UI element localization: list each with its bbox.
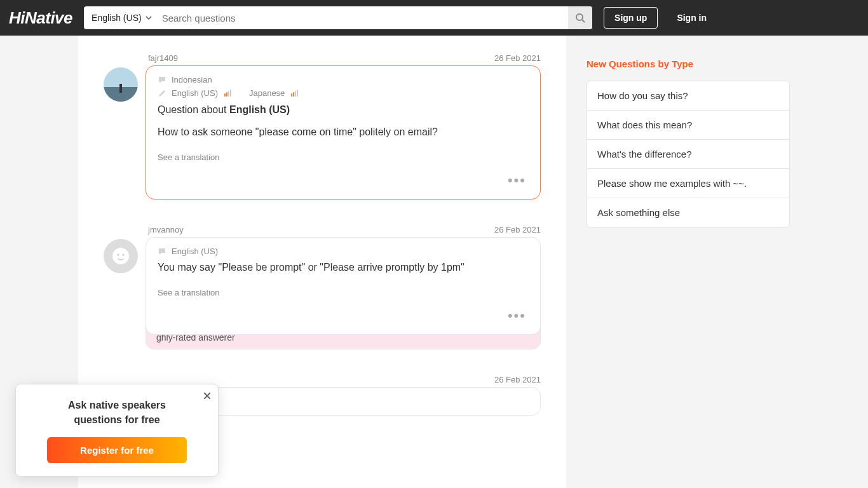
search-bar: English (US) bbox=[84, 6, 592, 29]
sidebar-item[interactable]: What's the difference? bbox=[587, 140, 789, 169]
question-date: 26 Feb 2021 bbox=[494, 53, 541, 63]
answer-username[interactable]: jmvannoy bbox=[148, 225, 184, 234]
register-button[interactable]: Register for free bbox=[47, 437, 186, 463]
signin-link[interactable]: Sign in bbox=[669, 13, 714, 23]
avatar[interactable] bbox=[104, 67, 138, 102]
more-options-button[interactable]: ••• bbox=[158, 302, 529, 329]
chevron-down-icon bbox=[146, 15, 152, 21]
avatar[interactable] bbox=[104, 239, 138, 273]
sidebar-item[interactable]: Ask something else bbox=[587, 198, 789, 227]
close-icon[interactable]: × bbox=[203, 388, 212, 403]
level-bars-icon bbox=[291, 90, 298, 97]
register-promo: × Ask native speakers questions for free… bbox=[15, 384, 219, 477]
sidebar-title: New Questions by Type bbox=[587, 58, 790, 69]
svg-point-2 bbox=[112, 248, 129, 264]
svg-point-0 bbox=[576, 14, 583, 20]
level-bars-icon bbox=[224, 90, 231, 97]
question-bubble: Indonesian English (US) Japanese Questio… bbox=[146, 65, 541, 200]
question-title: Question about English (US) bbox=[158, 104, 529, 116]
svg-point-4 bbox=[123, 254, 125, 256]
logo[interactable]: HiNative bbox=[9, 8, 72, 28]
question-username[interactable]: fajr1409 bbox=[148, 53, 178, 63]
answer-body: You may say "Please be prompt" or "Pleas… bbox=[158, 260, 529, 275]
question-post: fajr1409 26 Feb 2021 Indonesian English … bbox=[104, 53, 541, 200]
answer-date: 26 Feb 2021 bbox=[494, 225, 541, 234]
pencil-icon bbox=[158, 89, 166, 98]
native-language: Indonesian bbox=[172, 75, 212, 85]
search-icon bbox=[575, 13, 585, 23]
speech-icon bbox=[158, 247, 166, 256]
more-options-button[interactable]: ••• bbox=[158, 167, 529, 194]
signup-button[interactable]: Sign up bbox=[604, 7, 658, 29]
learning-language-1: English (US) bbox=[172, 88, 218, 98]
promo-text: Ask native speakers questions for free bbox=[30, 398, 204, 427]
question-body: How to ask someone "please come on time"… bbox=[158, 125, 529, 140]
default-avatar-icon bbox=[111, 247, 130, 266]
sidebar-item[interactable]: Please show me examples with ~~. bbox=[587, 169, 789, 198]
see-translation-link[interactable]: See a translation bbox=[158, 152, 220, 162]
question-type-list: How do you say this? What does this mean… bbox=[587, 81, 790, 227]
header: HiNative English (US) Sign up Sign in bbox=[0, 0, 868, 36]
svg-point-3 bbox=[118, 254, 119, 256]
language-selector-label: English (US) bbox=[92, 13, 142, 23]
sidebar: New Questions by Type How do you say thi… bbox=[587, 36, 790, 227]
search-input[interactable] bbox=[159, 6, 568, 29]
sidebar-item[interactable]: What does this mean? bbox=[587, 111, 789, 140]
see-translation-link[interactable]: See a translation bbox=[158, 288, 220, 297]
speech-icon bbox=[158, 76, 166, 85]
answer-bubble: English (US) You may say "Please be prom… bbox=[146, 237, 541, 335]
language-selector[interactable]: English (US) bbox=[84, 6, 159, 29]
svg-line-1 bbox=[582, 20, 585, 22]
answer-post: jmvannoy 26 Feb 2021 English (US) You ma… bbox=[104, 225, 541, 349]
native-language: English (US) bbox=[172, 247, 218, 256]
search-button[interactable] bbox=[568, 6, 592, 29]
learning-language-2: Japanese bbox=[249, 88, 285, 98]
sidebar-item[interactable]: How do you say this? bbox=[587, 81, 789, 111]
answer-date: 26 Feb 2021 bbox=[494, 375, 541, 384]
